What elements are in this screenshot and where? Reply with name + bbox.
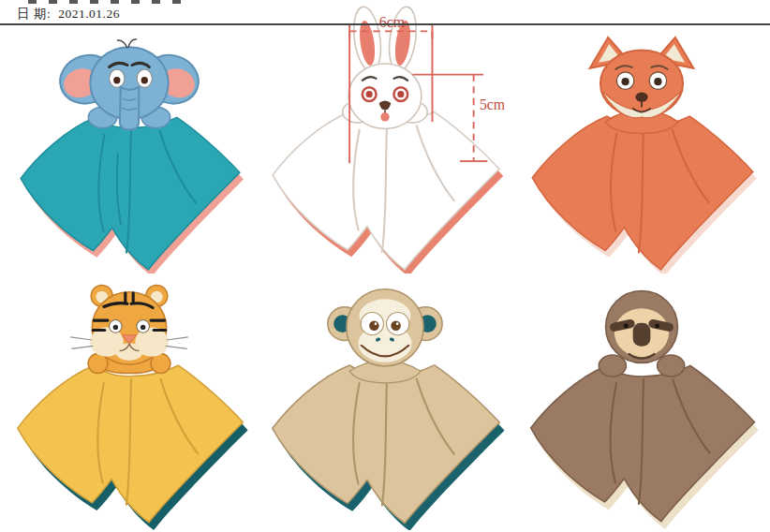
fox-lovey bbox=[515, 34, 768, 273]
monkey-lovey-illustration bbox=[257, 277, 513, 530]
sloth-blanket bbox=[531, 366, 759, 529]
tiger-lovey-illustration bbox=[2, 277, 257, 530]
height-measurement-label: 5cm bbox=[480, 96, 506, 112]
elephant-lovey bbox=[2, 36, 257, 273]
date-value: 2021.01.26 bbox=[58, 7, 120, 21]
sloth-lovey-illustration bbox=[515, 277, 768, 530]
monkey-blanket bbox=[273, 365, 505, 530]
sloth-lovey bbox=[515, 277, 768, 530]
tiger-blanket bbox=[18, 365, 248, 530]
date-label: 日 期: bbox=[17, 7, 51, 21]
elephant-blanket bbox=[21, 117, 244, 273]
fox-lovey-illustration bbox=[515, 34, 768, 273]
date-row: 日 期:2021.01.26 bbox=[17, 6, 120, 22]
header-divider bbox=[0, 23, 770, 25]
elephant-lovey-illustration bbox=[2, 36, 257, 273]
rabbit-lovey-illustration: 6cm 5cm bbox=[257, 6, 513, 273]
clipped-text-row bbox=[28, 0, 187, 4]
tiger-lovey bbox=[2, 277, 257, 530]
width-measurement-label: 6cm bbox=[379, 14, 406, 30]
elephant-trunk bbox=[120, 87, 139, 130]
fox-blanket bbox=[532, 116, 757, 273]
rabbit-lovey: 6cm 5cm bbox=[257, 6, 513, 273]
monkey-lovey bbox=[257, 277, 513, 530]
